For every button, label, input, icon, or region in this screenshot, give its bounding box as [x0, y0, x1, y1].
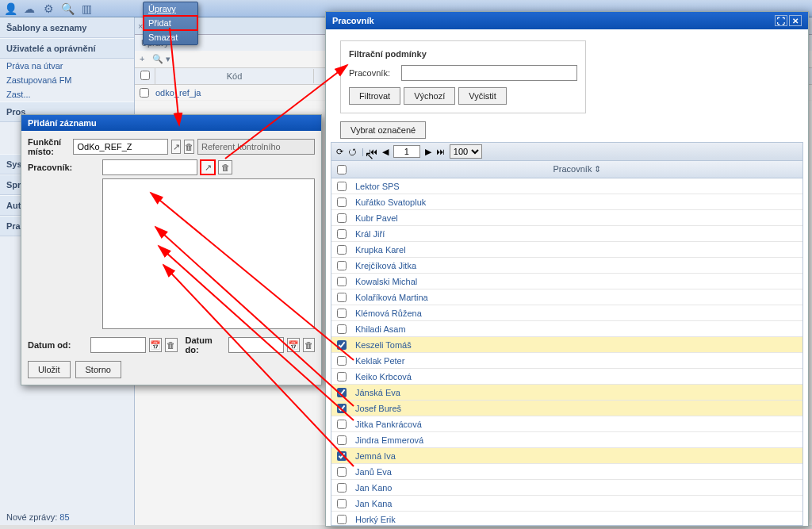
gear-icon[interactable]: ⚙: [41, 2, 56, 16]
user-icon[interactable]: 👤: [3, 2, 17, 16]
row-name[interactable]: Keklak Peter: [352, 356, 802, 366]
row-name[interactable]: Josef Bureš: [352, 404, 802, 413]
row-checkbox[interactable]: [337, 293, 347, 302]
row-checkbox[interactable]: [337, 435, 347, 445]
clear-pracovnik-icon[interactable]: 🗑: [218, 160, 232, 174]
search-icon[interactable]: 🔍: [60, 2, 75, 16]
table-row[interactable]: Král Jiří: [331, 226, 802, 242]
input-pracovnik[interactable]: [102, 159, 197, 175]
sidebar-group-templates[interactable]: Šablony a seznamy: [0, 17, 134, 38]
table-row[interactable]: Krejčíková Jitka: [331, 258, 802, 274]
clear-datum-od-icon[interactable]: 🗑: [165, 338, 177, 352]
row-name[interactable]: Horký Erik: [352, 515, 802, 524]
row-name[interactable]: Krupka Karel: [352, 245, 802, 255]
row-checkbox[interactable]: [337, 499, 347, 508]
table-row[interactable]: Kuřátko Svatopluk: [331, 194, 802, 210]
table-row[interactable]: Keiko Krbcová: [331, 369, 802, 385]
row-checkbox[interactable]: [337, 515, 347, 524]
row-checkbox[interactable]: [337, 467, 347, 477]
col-pracovnik[interactable]: Pracovník ⇕: [352, 164, 802, 174]
page-input[interactable]: [393, 145, 420, 158]
btn-vycistit[interactable]: Vyčistit: [458, 87, 506, 105]
input-funkcni-misto[interactable]: [73, 139, 168, 155]
input-datum-do[interactable]: [228, 337, 284, 353]
row-name[interactable]: Klémová Růžena: [352, 309, 802, 318]
row-name[interactable]: Janů Eva: [352, 467, 802, 477]
maximize-icon[interactable]: ⛶: [775, 15, 787, 26]
row-checkbox[interactable]: [337, 309, 347, 318]
row-name[interactable]: Kolaříková Martina: [352, 293, 802, 302]
row-name[interactable]: Kuřátko Svatopluk: [352, 197, 802, 207]
bg-header-checkbox[interactable]: [140, 71, 150, 80]
row-checkbox[interactable]: [337, 182, 347, 191]
folder-icon[interactable]: ☁: [22, 2, 36, 16]
table-row[interactable]: Jan Kana: [331, 496, 802, 512]
clear-funkcni-misto-icon[interactable]: 🗑: [184, 140, 194, 154]
picker-funkcni-misto-icon[interactable]: ↗: [171, 140, 181, 154]
last-page-icon[interactable]: ⏭: [436, 147, 445, 156]
table-row[interactable]: Jánská Eva: [331, 385, 802, 401]
grid-body[interactable]: Lektor SPSKuřátko SvatoplukKubr PavelKrá…: [331, 178, 802, 525]
sidebar-item-zast[interactable]: Zast...: [0, 87, 134, 102]
row-checkbox[interactable]: [337, 483, 347, 493]
row-name[interactable]: Keszeli Tomáš: [352, 340, 802, 350]
row-name[interactable]: Kubr Pavel: [352, 213, 802, 223]
table-row[interactable]: Keszeli Tomáš: [331, 337, 802, 353]
btn-filtrovat[interactable]: Filtrovat: [349, 87, 400, 105]
row-name[interactable]: Jindra Emmerová: [352, 435, 802, 445]
row-name[interactable]: Jemná Iva: [352, 451, 802, 461]
row-name[interactable]: Jitka Pankrácová: [352, 420, 802, 429]
menu-item-pridat[interactable]: Přidat: [144, 16, 197, 30]
row-checkbox[interactable]: [337, 324, 347, 334]
table-row[interactable]: Lektor SPS: [331, 178, 802, 194]
next-page-icon[interactable]: ▶: [425, 147, 431, 157]
table-row[interactable]: Jan Kano: [331, 480, 802, 496]
table-row[interactable]: Keklak Peter: [331, 353, 802, 369]
table-row[interactable]: Klémová Růžena: [331, 305, 802, 321]
row-checkbox[interactable]: [337, 388, 347, 397]
row-checkbox[interactable]: [337, 229, 347, 239]
row-name[interactable]: Khiladi Asam: [352, 324, 802, 334]
bg-col-kod[interactable]: Kód: [155, 69, 314, 83]
table-row[interactable]: Khiladi Asam: [331, 321, 802, 337]
row-name[interactable]: Krejčíková Jitka: [352, 261, 802, 270]
table-row[interactable]: Horký Erik: [331, 512, 802, 525]
btn-vychozi[interactable]: Výchozí: [404, 87, 455, 105]
sidebar-item-prava[interactable]: Práva na útvar: [0, 59, 134, 73]
table-row[interactable]: Krupka Karel: [331, 242, 802, 258]
row-name[interactable]: Jánská Eva: [352, 388, 802, 397]
row-checkbox[interactable]: [337, 213, 347, 223]
save-button[interactable]: Uložit: [28, 361, 71, 378]
pracovnik-titlebar[interactable]: Pracovník ⛶ ✕: [326, 12, 808, 29]
reload-icon[interactable]: ⭯: [348, 147, 357, 156]
row-checkbox[interactable]: [337, 245, 347, 255]
row-name[interactable]: Keiko Krbcová: [352, 372, 802, 381]
table-row[interactable]: Kolaříková Martina: [331, 289, 802, 305]
calendar-datum-do-icon[interactable]: 📅: [287, 338, 300, 352]
sidebar-item-zastfm[interactable]: Zastupovaná FM: [0, 73, 134, 87]
close-icon[interactable]: ✕: [789, 15, 802, 26]
pracovnik-listbox[interactable]: [102, 178, 315, 329]
row-name[interactable]: Lektor SPS: [352, 182, 802, 191]
row-checkbox[interactable]: [337, 372, 347, 381]
refresh-icon[interactable]: ⟳: [336, 147, 343, 157]
row-name[interactable]: Jan Kana: [352, 499, 802, 508]
row-checkbox[interactable]: [337, 420, 347, 429]
picker-pracovnik-icon[interactable]: ↗: [201, 160, 215, 174]
cancel-button[interactable]: Storno: [75, 361, 121, 378]
sidebar-group-users[interactable]: Uživatelé a oprávnění: [0, 38, 134, 59]
bg-row-checkbox[interactable]: [140, 88, 149, 98]
menu-icon[interactable]: ▥: [79, 2, 94, 16]
table-row[interactable]: Josef Bureš: [331, 401, 802, 416]
calendar-datum-od-icon[interactable]: 📅: [149, 338, 162, 352]
filter-input-pracovnik[interactable]: [401, 65, 577, 81]
row-checkbox[interactable]: [337, 340, 347, 350]
row-name[interactable]: Kowalski Michal: [352, 277, 802, 286]
menu-item-smazat[interactable]: Smazat: [144, 30, 197, 44]
grid-header-checkbox[interactable]: [337, 165, 347, 174]
row-name[interactable]: Král Jiří: [352, 229, 802, 239]
table-row[interactable]: Janů Eva: [331, 464, 802, 480]
row-checkbox[interactable]: [337, 356, 347, 366]
table-row[interactable]: Jindra Emmerová: [331, 432, 802, 448]
btn-vybrat-oznacene[interactable]: Vybrat označené: [340, 121, 426, 139]
